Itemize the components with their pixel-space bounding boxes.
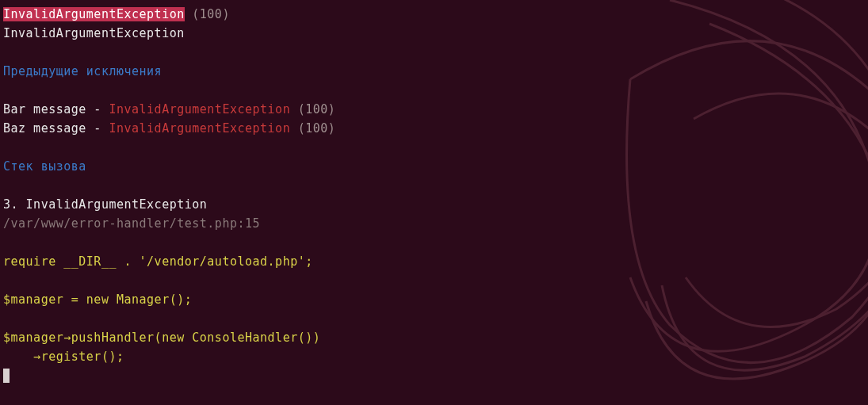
prev-exc-name: InvalidArgumentException (109, 102, 290, 117)
prev-exc-name: InvalidArgumentException (109, 121, 290, 136)
exception-name-highlighted: InvalidArgumentException (3, 7, 185, 21)
code-line: $manager→pushHandler(new ConsoleHandler(… (3, 328, 865, 347)
code-line: →register(); (3, 347, 865, 366)
frame-exception: InvalidArgumentException (26, 197, 208, 212)
code-line: $manager = new Manager(); (3, 290, 865, 309)
frame-number: 3. (3, 197, 26, 212)
prev-msg: Bar message - (3, 102, 109, 117)
code-line: require __DIR__ . '/vendor/autoload.php'… (3, 252, 865, 271)
exception-code: (100) (185, 7, 230, 21)
previous-exception-row: Bar message - InvalidArgumentException (… (3, 100, 865, 119)
prev-msg: Baz message - (3, 121, 109, 136)
stack-frame-heading: 3. InvalidArgumentException (3, 195, 865, 214)
cursor-line (3, 366, 865, 385)
exception-name-line: InvalidArgumentException (3, 24, 865, 43)
terminal-output: InvalidArgumentException (100) InvalidAr… (0, 0, 868, 390)
prev-exc-code: (100) (290, 102, 335, 117)
section-previous-exceptions: Предыдущие исключения (3, 62, 865, 81)
previous-exception-row: Baz message - InvalidArgumentException (… (3, 119, 865, 138)
prev-exc-code: (100) (290, 121, 335, 136)
stack-frame-file: /var/www/error-handler/test.php:15 (3, 214, 865, 233)
section-call-stack: Стек вызова (3, 157, 865, 176)
terminal-cursor (3, 369, 10, 383)
exception-header: InvalidArgumentException (100) (3, 5, 865, 24)
